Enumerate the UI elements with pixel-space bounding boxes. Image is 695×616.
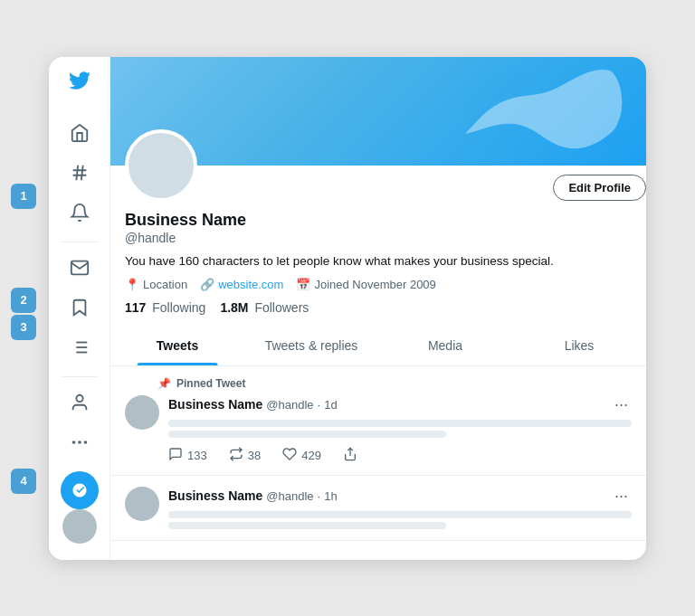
tweet-time-pinned: · bbox=[318, 398, 321, 412]
tweet-more-2[interactable]: ··· bbox=[611, 487, 632, 506]
tweet-2: Business Name @handle · 1h ··· bbox=[110, 476, 646, 541]
tweet-content-line-1 bbox=[168, 420, 632, 427]
like-action[interactable]: 429 bbox=[282, 447, 321, 464]
svg-point-12 bbox=[84, 441, 86, 443]
link-icon: 🔗 bbox=[200, 278, 214, 291]
joined-meta: 📅 Joined November 2009 bbox=[296, 278, 435, 291]
following-section[interactable]: 117 Following bbox=[125, 300, 205, 315]
tweet-content-line-2 bbox=[168, 431, 446, 438]
profile-avatar bbox=[125, 129, 197, 202]
profile-section: Edit Profile Business Name @handle You h… bbox=[110, 166, 646, 315]
like-icon bbox=[282, 447, 297, 464]
annotation-3: 3 bbox=[11, 315, 36, 340]
svg-line-3 bbox=[81, 165, 82, 180]
tweet-timestamp-2: 1h bbox=[324, 489, 337, 503]
tab-media[interactable]: Media bbox=[378, 326, 512, 365]
tab-tweets[interactable]: Tweets bbox=[110, 326, 244, 365]
explore-nav-item[interactable] bbox=[62, 155, 98, 191]
pinned-tweet: 📌 Pinned Tweet Business Name @handle · bbox=[110, 366, 646, 476]
tweet-header-pinned: Business Name @handle · 1d ··· bbox=[168, 395, 632, 414]
sidebar bbox=[49, 57, 110, 560]
avatar-wrapper bbox=[125, 129, 197, 202]
tweet-author-info-2: Business Name @handle · 1h bbox=[168, 488, 338, 503]
website-meta: 🔗 website.com bbox=[200, 278, 283, 291]
tweet-timestamp-pinned: 1d bbox=[324, 398, 337, 412]
retweet-icon bbox=[229, 447, 243, 464]
joined-text: Joined November 2009 bbox=[314, 278, 435, 291]
reply-count: 133 bbox=[187, 449, 207, 462]
tweet-row-pinned: Business Name @handle · 1d ··· bbox=[125, 395, 632, 464]
following-label: Following bbox=[152, 300, 205, 315]
calendar-icon: 📅 bbox=[296, 278, 310, 291]
tweet-list: 📌 Pinned Tweet Business Name @handle · bbox=[110, 366, 646, 541]
tweet-header-2: Business Name @handle · 1h ··· bbox=[168, 487, 632, 506]
location-meta: 📍 Location bbox=[125, 278, 187, 291]
retweet-action[interactable]: 38 bbox=[229, 447, 261, 464]
tweet-more-pinned[interactable]: ··· bbox=[611, 395, 632, 414]
annotation-2: 2 bbox=[11, 288, 36, 313]
tweet-author-name-2: Business Name bbox=[168, 488, 262, 503]
meta-row: 📍 Location 🔗 website.com 📅 Joined Novemb… bbox=[125, 278, 632, 291]
tweet-author-handle-2: @handle bbox=[266, 489, 313, 503]
tweet-author-handle-pinned: @handle bbox=[266, 398, 313, 412]
home-nav-item[interactable] bbox=[62, 115, 98, 151]
tweet-body-pinned: Business Name @handle · 1d ··· bbox=[168, 395, 632, 464]
annotation-4: 4 bbox=[11, 469, 36, 494]
tweet-actions-pinned: 133 38 bbox=[168, 447, 632, 464]
follow-row: 117 Following 1.8M Followers bbox=[125, 300, 632, 315]
lists-nav-item[interactable] bbox=[62, 329, 98, 365]
notifications-nav-item[interactable] bbox=[62, 194, 98, 231]
like-count: 429 bbox=[301, 449, 321, 462]
tab-replies[interactable]: Tweets & replies bbox=[244, 326, 378, 365]
tweet-body-2: Business Name @handle · 1h ··· bbox=[168, 487, 632, 529]
svg-point-10 bbox=[76, 394, 82, 401]
edit-profile-button[interactable]: Edit Profile bbox=[553, 175, 646, 201]
bookmarks-nav-item[interactable] bbox=[62, 289, 98, 326]
svg-point-11 bbox=[79, 441, 81, 443]
profile-handle: @handle bbox=[125, 231, 632, 245]
pin-icon: 📌 bbox=[157, 377, 171, 390]
profile-bio: You have 160 characters to let people kn… bbox=[125, 252, 632, 270]
sidebar-divider-1 bbox=[62, 242, 98, 242]
annotation-1: 1 bbox=[11, 184, 36, 209]
svg-line-2 bbox=[76, 165, 78, 180]
messages-nav-item[interactable] bbox=[62, 250, 98, 286]
share-action[interactable] bbox=[343, 447, 357, 464]
explore-action-button[interactable] bbox=[61, 471, 99, 509]
tweet-content-line-3 bbox=[168, 511, 632, 518]
followers-section[interactable]: 1.8M Followers bbox=[220, 300, 309, 315]
tweet-content-line-4 bbox=[168, 522, 446, 529]
tweet-avatar-2 bbox=[125, 487, 159, 521]
reply-action[interactable]: 133 bbox=[168, 447, 207, 464]
profile-tabs: Tweets Tweets & replies Media Likes bbox=[110, 326, 646, 366]
followers-count: 1.8M bbox=[220, 300, 248, 315]
sidebar-user-avatar[interactable] bbox=[62, 509, 97, 544]
location-icon: 📍 bbox=[125, 278, 139, 291]
reply-icon bbox=[168, 447, 183, 464]
tweet-row-2: Business Name @handle · 1h ··· bbox=[125, 487, 632, 529]
twitter-profile-card: Edit Profile Business Name @handle You h… bbox=[49, 57, 646, 560]
tweet-sep-2: · bbox=[318, 489, 321, 503]
more-nav-item[interactable] bbox=[62, 424, 98, 460]
sidebar-divider-2 bbox=[62, 376, 98, 377]
tab-likes[interactable]: Likes bbox=[512, 326, 646, 365]
svg-point-13 bbox=[72, 441, 74, 443]
profile-nav-item[interactable] bbox=[62, 384, 98, 421]
tweet-author-name-pinned: Business Name bbox=[168, 397, 262, 412]
location-text: Location bbox=[143, 278, 187, 291]
business-name: Business Name bbox=[125, 211, 632, 230]
followers-label: Followers bbox=[254, 300, 309, 315]
following-count: 117 bbox=[125, 300, 146, 315]
twitter-logo[interactable] bbox=[69, 70, 90, 97]
website-link[interactable]: website.com bbox=[218, 278, 283, 291]
main-content: Edit Profile Business Name @handle You h… bbox=[110, 57, 646, 560]
tweet-avatar-pinned bbox=[125, 395, 159, 430]
share-icon bbox=[343, 447, 357, 464]
tweet-author-info-pinned: Business Name @handle · 1d bbox=[168, 397, 338, 412]
retweet-count: 38 bbox=[248, 449, 261, 462]
pinned-label: 📌 Pinned Tweet bbox=[125, 377, 632, 390]
